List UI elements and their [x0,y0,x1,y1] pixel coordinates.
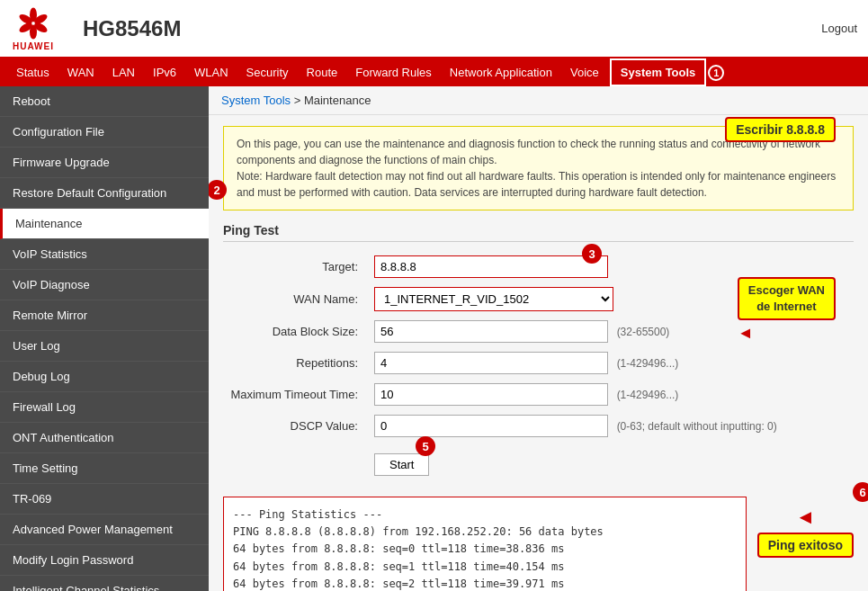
annotation-step4: Escoger WANde Internet ◄ [738,277,836,343]
step5-circle: 5 [416,436,435,456]
step6-bubble: Ping exitoso [757,533,854,558]
nav-lan[interactable]: LAN [103,58,144,86]
max-timeout-hint: (1-429496...) [617,389,679,401]
nav-forward-rules[interactable]: Forward Rules [346,58,441,86]
max-timeout-label: Maximum Timeout Time: [223,379,367,410]
sidebar-item-remote-mirror[interactable]: Remote Mirror [0,300,209,331]
max-timeout-input[interactable] [374,383,608,406]
dscp-row: DSCP Value: (0-63; default without input… [223,410,854,442]
repetitions-input[interactable] [374,352,608,374]
info-text-2: Note: Hardware fault detection may not f… [237,170,836,199]
sidebar-item-time-setting[interactable]: Time Setting [0,453,209,484]
nav-security[interactable]: Security [237,58,298,86]
logout-button[interactable]: Logout [821,22,857,35]
nav-wan[interactable]: WAN [58,58,103,86]
content-area: On this page, you can use the maintenanc… [209,115,868,591]
sidebar-item-firmware[interactable]: Firmware Upgrade [0,148,209,178]
wan-name-select[interactable]: 1_INTERNET_R_VID_1502 2_TR069_R_VID_1503 [374,287,613,311]
step3-bubble: Escribir 8.8.8.8 [725,117,836,142]
step6-arrow-icon: ◄ [795,506,815,529]
product-name: HG8546M [74,16,821,41]
sidebar-item-tr069[interactable]: TR-069 [0,484,209,515]
sidebar-item-firewall-log[interactable]: Firewall Log [0,392,209,423]
sidebar-item-power-mgmt[interactable]: Advanced Power Management [0,515,209,545]
logo-area: HUAWEI [11,5,56,51]
main-content: System Tools > Maintenance On this page,… [209,86,868,591]
dscp-label: DSCP Value: [223,410,367,442]
breadcrumb-parent[interactable]: System Tools [221,94,291,107]
step4-bubble: Escoger WANde Internet [738,277,836,320]
wan-name-label: WAN Name: [223,282,367,316]
repetitions-label: Repetitions: [223,347,367,379]
step4-text: Escoger WANde Internet [748,283,825,313]
dscp-input[interactable] [374,415,608,437]
huawei-logo [11,5,56,41]
annotation-step3: Escribir 8.8.8.8 [725,117,836,142]
annotation-area: On this page, you can use the maintenanc… [223,126,854,210]
nav-wlan[interactable]: WLAN [185,58,237,86]
target-label: Target: [223,251,367,282]
breadcrumb-current: Maintenance [304,94,371,107]
page-layout: Reboot Configuration File Firmware Upgra… [0,86,868,591]
dscp-hint: (0-63; default without inputting: 0) [617,420,777,433]
header: HUAWEI HG8546M Logout [0,0,868,58]
ping-output-textarea[interactable] [223,497,747,591]
sidebar-item-debug-log[interactable]: Debug Log [0,362,209,392]
data-block-label: Data Block Size: [223,316,367,347]
sidebar-item-ont-auth[interactable]: ONT Authentication [0,423,209,453]
sidebar-item-maintenance[interactable]: Maintenance [0,209,209,239]
nav-ipv6[interactable]: IPv6 [144,58,185,86]
breadcrumb-separator: > [294,94,304,107]
sidebar-item-modify-login[interactable]: Modify Login Password [0,545,209,576]
ping-output-area: ◄ Ping exitoso [223,488,854,591]
navbar: Status WAN LAN IPv6 WLAN Security Route … [0,58,868,86]
target-input[interactable] [374,255,608,278]
sidebar-item-voip-diagnose[interactable]: VoIP Diagnose [0,270,209,300]
nav-status[interactable]: Status [7,58,58,86]
breadcrumb: System Tools > Maintenance [209,86,868,115]
data-block-input[interactable] [374,320,608,343]
nav-voice[interactable]: Voice [561,58,608,86]
start-button[interactable]: Start [374,453,429,476]
step4-arrow: ◄ [738,324,836,343]
sidebar: Reboot Configuration File Firmware Upgra… [0,86,209,591]
data-block-hint: (32-65500) [617,326,670,338]
repetitions-row: Repetitions: (1-429496...) [223,347,854,379]
sidebar-item-reboot[interactable]: Reboot [0,86,209,117]
sidebar-item-voip-stats[interactable]: VoIP Statistics [0,239,209,270]
sidebar-item-restore-default[interactable]: Restore Default Configuration [0,178,209,209]
sidebar-item-config-file[interactable]: Configuration File [0,117,209,148]
max-timeout-row: Maximum Timeout Time: (1-429496...) [223,379,854,410]
step6-circle: 6 [853,482,868,502]
sidebar-item-user-log[interactable]: User Log [0,331,209,362]
annotation-step6: ◄ Ping exitoso [757,506,854,558]
nav-badge: 1 [708,65,724,81]
ping-test-title: Ping Test [223,223,854,242]
nav-route[interactable]: Route [298,58,347,86]
repetitions-hint: (1-429496...) [617,357,679,370]
start-row: Start 5 [223,442,854,480]
sidebar-item-channel-stats[interactable]: Intelligent Channel Statistics [0,576,209,591]
nav-system-tools[interactable]: System Tools [610,58,707,86]
brand-name: HUAWEI [13,41,54,51]
ping-test-section: Ping Test Escoger WANde Internet ◄ Targe… [223,223,854,591]
step3-circle: 3 [582,244,602,264]
nav-network-application[interactable]: Network Application [441,58,561,86]
